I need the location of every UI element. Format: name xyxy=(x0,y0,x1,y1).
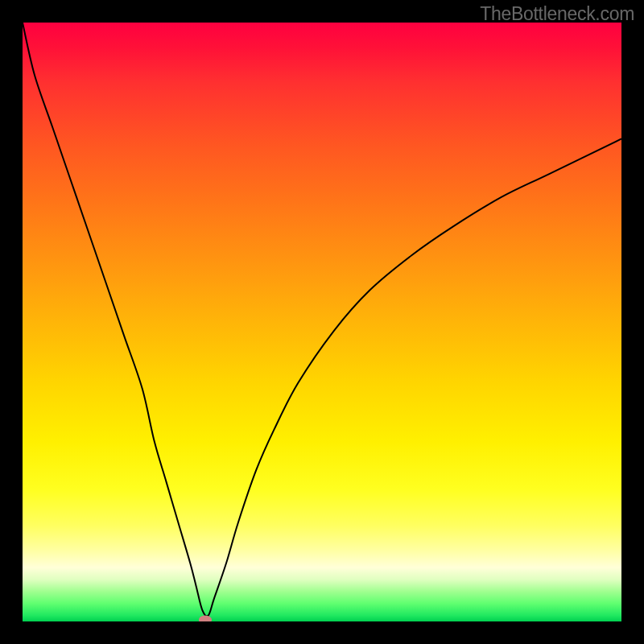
watermark-text: TheBottleneck.com xyxy=(480,3,634,25)
minimum-marker xyxy=(199,615,212,621)
chart-plot-area xyxy=(23,23,621,621)
bottleneck-curve xyxy=(23,23,621,621)
